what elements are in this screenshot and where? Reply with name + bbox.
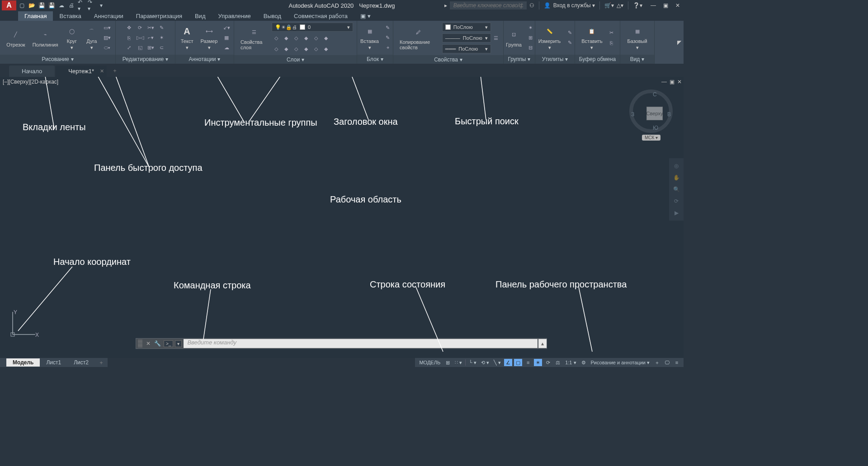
tab-add-button[interactable]: ＋ xyxy=(108,65,122,77)
mirror-icon[interactable]: ▷◁ xyxy=(136,33,145,42)
g2-icon[interactable]: ⊞ xyxy=(526,33,535,42)
panel-view-title[interactable]: Вид xyxy=(630,56,640,62)
transparency-icon[interactable]: ☀ xyxy=(534,359,542,366)
pan-icon[interactable]: ✋ xyxy=(671,173,682,183)
showmotion-icon[interactable]: ▶ xyxy=(671,208,682,218)
layer-props-button[interactable]: ☰Свойства слоя xyxy=(238,25,270,51)
circle-button[interactable]: ◯Круг▾ xyxy=(63,24,81,52)
workspace-label[interactable]: Рисование и аннотации ▾ xyxy=(590,359,651,366)
table-icon[interactable]: ▦ xyxy=(222,33,231,42)
panel-annot-title[interactable]: Аннотации xyxy=(189,56,216,62)
infocenter-icon[interactable]: ⚇ xyxy=(529,2,534,9)
cmd-recent-icon[interactable]: ▾ xyxy=(175,340,182,347)
g3-icon[interactable]: ⊟ xyxy=(526,43,535,52)
layout-add-button[interactable]: ＋ xyxy=(95,358,108,367)
tab-close-icon[interactable]: ✕ xyxy=(100,68,104,74)
zoom-icon[interactable]: 🔍 xyxy=(671,184,682,194)
vp-close-icon[interactable]: ✕ xyxy=(677,79,682,85)
cmd-grip-icon[interactable] xyxy=(138,340,142,347)
stretch-icon[interactable]: ⤢ xyxy=(125,43,134,52)
l5-icon[interactable]: ◇ xyxy=(311,33,321,42)
panel-layers-title[interactable]: Слои xyxy=(287,56,300,63)
l2-icon[interactable]: ◆ xyxy=(282,33,291,42)
group-button[interactable]: ⊡Группа xyxy=(503,28,524,48)
u1-icon[interactable]: ✎ xyxy=(565,28,574,38)
explode-icon[interactable]: ✶ xyxy=(157,33,166,42)
base-button[interactable]: ▦Базовый▾ xyxy=(624,24,650,52)
vp-max-icon[interactable]: ▣ xyxy=(670,79,675,85)
copy-icon[interactable]: ⎘ xyxy=(125,33,134,42)
cloud-icon[interactable]: ☁ xyxy=(58,2,65,9)
l6-icon[interactable]: ◆ xyxy=(321,33,330,42)
user-icon[interactable]: 👤 xyxy=(544,2,551,9)
monitor-icon[interactable]: 🖵 xyxy=(663,359,671,366)
scale-label[interactable]: 1:1 ▾ xyxy=(564,359,577,366)
tab-view[interactable]: Вид xyxy=(189,11,212,21)
wheel-icon[interactable]: ◎ xyxy=(671,161,682,171)
app-menu-button[interactable]: A xyxy=(2,0,16,10)
vc-north[interactable]: С xyxy=(653,91,657,98)
color-dropdown[interactable]: ПоСлою▾ xyxy=(442,23,491,32)
rotate-icon[interactable]: ⟳ xyxy=(136,24,145,33)
status-model[interactable]: МОДЕЛЬ xyxy=(418,359,442,366)
vc-wcs[interactable]: МСК ▾ xyxy=(642,135,660,141)
app-autodesk-icon[interactable]: △▾ xyxy=(617,2,623,9)
tab-collab[interactable]: Совместная работа xyxy=(288,11,354,21)
leader-icon[interactable]: ↙▾ xyxy=(222,24,231,33)
tab-layout2[interactable]: Лист2 xyxy=(67,358,95,367)
layer-dropdown[interactable]: 💡☀🔒🖨0▾ xyxy=(272,23,353,32)
offset-icon[interactable]: ⊂ xyxy=(157,43,166,52)
qat-dropdown-icon[interactable]: ▾ xyxy=(98,2,105,9)
cart-icon[interactable]: 🛒▾ xyxy=(604,2,614,9)
cycle-icon[interactable]: ⟳ xyxy=(544,359,552,366)
c1-icon[interactable]: ✂ xyxy=(607,28,616,38)
tab-insert[interactable]: Вставка xyxy=(53,11,87,21)
plus-icon[interactable]: ＋ xyxy=(653,359,661,366)
dim-button[interactable]: ⟷Размер▾ xyxy=(198,24,221,52)
search-input[interactable] xyxy=(450,1,527,9)
panel-util-title[interactable]: Утилиты xyxy=(542,56,564,62)
vc-west[interactable]: З xyxy=(631,111,634,118)
panel-props-title[interactable]: Свойства xyxy=(434,56,458,63)
tab-home[interactable]: Главная xyxy=(18,11,53,21)
login-label[interactable]: Вход в службы ▾ xyxy=(553,2,595,9)
cmd-prompt-icon[interactable]: >_ xyxy=(164,340,173,347)
ortho-icon[interactable]: └ ▾ xyxy=(467,359,478,366)
l10-icon[interactable]: ◆ xyxy=(302,44,311,53)
palette-icon[interactable]: ☰ xyxy=(493,33,500,42)
open-icon[interactable]: 📂 xyxy=(28,2,35,9)
minimize-button[interactable]: — xyxy=(649,2,658,9)
tab-param[interactable]: Параметризация xyxy=(130,11,189,21)
tab-featured[interactable]: ▣ ▾ xyxy=(354,11,377,21)
c2-icon[interactable]: ⎘ xyxy=(607,38,616,47)
snap-icon[interactable]: ∷ ▾ xyxy=(453,359,463,366)
grid-icon[interactable]: ⊞ xyxy=(443,359,452,366)
panel-groups-title[interactable]: Группы xyxy=(508,56,526,62)
ellipse-icon[interactable]: ⬭▾ xyxy=(103,43,112,52)
lw-dropdown[interactable]: ———ПоСлою▾ xyxy=(442,33,491,42)
l4-icon[interactable]: ◆ xyxy=(302,33,311,42)
cloud-icon[interactable]: ☁ xyxy=(222,43,231,52)
viewport-label[interactable]: [–][Сверху][2D-каркас] xyxy=(3,79,58,85)
b2-icon[interactable]: ✎ xyxy=(383,33,392,42)
panel-draw-title[interactable]: Рисование xyxy=(42,56,69,62)
cmd-wrench-icon[interactable]: 🔧 xyxy=(152,340,163,347)
match-props-button[interactable]: 🖉Копирование свойств xyxy=(397,25,440,51)
l8-icon[interactable]: ◆ xyxy=(282,44,291,53)
viewcube[interactable]: С В Ю З Сверху МСК ▾ xyxy=(629,89,675,144)
redo-icon[interactable]: ↷ ▾ xyxy=(88,2,95,9)
array-icon[interactable]: ⊞▾ xyxy=(146,43,156,52)
tab-model[interactable]: Модель xyxy=(6,358,40,367)
orbit-icon[interactable]: ⟳ xyxy=(671,196,682,206)
vp-min-icon[interactable]: — xyxy=(661,79,667,85)
otrack-icon[interactable]: ▢ xyxy=(514,359,522,366)
plot-icon[interactable]: 🖨 xyxy=(68,2,75,9)
paste-button[interactable]: 📋Вставить▾ xyxy=(579,24,605,52)
panel-edit-title[interactable]: Редактирование xyxy=(123,56,164,62)
undo-icon[interactable]: ↶ ▾ xyxy=(78,2,85,9)
help-icon[interactable]: ❔▾ xyxy=(633,2,642,9)
custom-icon[interactable]: ≡ xyxy=(673,359,681,366)
tab-annotate[interactable]: Аннотации xyxy=(88,11,130,21)
measure-button[interactable]: 📏Измерить▾ xyxy=(536,24,564,52)
vc-south[interactable]: Ю xyxy=(653,125,658,131)
